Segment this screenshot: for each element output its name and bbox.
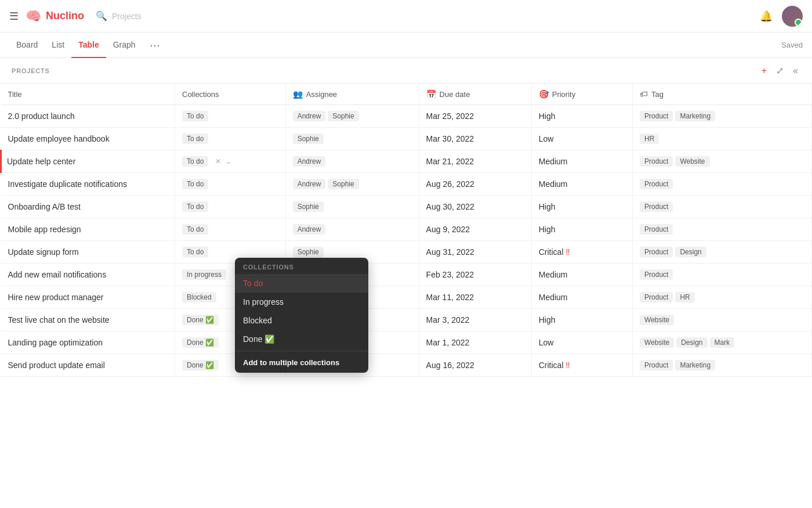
col-priority: 🎯 Priority ⋮	[531, 84, 632, 105]
tab-graph[interactable]: Graph	[106, 33, 143, 58]
priority-value: Medium	[539, 270, 568, 279]
collection-pill[interactable]: To do	[182, 201, 208, 212]
notification-icon[interactable]: 🔔	[760, 10, 773, 23]
collection-pill[interactable]: Done ✅	[182, 315, 219, 325]
due-date-value: Mar 25, 2022	[426, 111, 474, 121]
dropdown-header: COLLECTIONS	[235, 258, 368, 274]
col-collections-menu[interactable]: ⋮	[270, 89, 278, 99]
tag-pill[interactable]: Product	[640, 224, 673, 235]
col-tag-menu[interactable]: ⋮	[796, 89, 804, 99]
col-due-date-menu[interactable]: ⋮	[516, 89, 524, 99]
tag-pill[interactable]: Marketing	[675, 111, 715, 121]
priority-value: Medium	[539, 293, 568, 302]
row-title[interactable]: Hire new product manager	[8, 293, 104, 302]
row-title[interactable]: Send product update email	[8, 361, 105, 370]
tag-pill[interactable]: Product	[640, 156, 673, 167]
tab-list[interactable]: List	[45, 33, 71, 58]
collection-pill[interactable]: To do	[182, 179, 208, 189]
priority-value: Medium	[539, 157, 568, 166]
collection-pill[interactable]: In progress	[182, 269, 226, 280]
cell-tags: Product	[633, 173, 812, 196]
tag-pill[interactable]: Product	[640, 269, 673, 280]
tag-pill[interactable]: Website	[640, 315, 674, 325]
assignee-pill[interactable]: Sophie	[328, 111, 358, 121]
col-collections-sort[interactable]: ↑	[264, 89, 268, 99]
collection-pill[interactable]: Done ✅	[182, 337, 219, 348]
tag-pill[interactable]: Design	[676, 337, 707, 348]
tag-pill[interactable]: Product	[640, 179, 673, 189]
tab-more-icon[interactable]: ⋯	[145, 37, 165, 54]
tag-pill[interactable]: Website	[675, 156, 709, 167]
tab-table[interactable]: Table	[71, 33, 106, 58]
tag-pill[interactable]: Product	[640, 360, 673, 370]
collection-pill[interactable]: To do	[182, 247, 208, 257]
tag-pill[interactable]: Mark	[710, 337, 735, 348]
col-title-menu[interactable]: ⋮	[160, 89, 168, 99]
tab-board[interactable]: Board	[9, 33, 45, 58]
cell-due-date: Aug 31, 2022	[419, 241, 531, 264]
tag-pill[interactable]: HR	[675, 292, 694, 302]
tag-pill[interactable]: Design	[675, 247, 706, 257]
table-row: Send product update email + ⋮ Done ✅Andr…	[1, 354, 812, 377]
table-row: Investigate duplicate notifications + ⋮ …	[1, 173, 812, 196]
row-title[interactable]: Mobile app redesign	[8, 225, 81, 234]
row-title[interactable]: Update signup form	[8, 247, 79, 257]
tag-pill[interactable]: Product	[640, 111, 673, 121]
cell-tags: ProductMarketing	[633, 354, 812, 377]
dropdown-item-blocked[interactable]: Blocked	[235, 311, 368, 330]
collection-pill[interactable]: To do	[182, 156, 208, 167]
row-title[interactable]: Add new email notifications	[8, 270, 107, 279]
dropdown-add-multi[interactable]: Add to multiple collections	[235, 354, 368, 373]
row-title[interactable]: Investigate duplicate notifications	[8, 179, 127, 189]
collection-chevron[interactable]: ⌄	[226, 157, 231, 165]
search-area[interactable]: 🔍 Projects	[96, 10, 760, 21]
hamburger-icon[interactable]: ☰	[9, 10, 19, 23]
dropdown-item-todo[interactable]: To do	[235, 274, 368, 293]
due-date-value: Mar 21, 2022	[426, 157, 474, 166]
table-row: Onboarding A/B test + ⋮ To doSophieAug 3…	[1, 196, 812, 218]
add-project-button[interactable]: +	[759, 64, 769, 77]
row-title[interactable]: Update employee handbook	[8, 134, 110, 143]
cell-title: Update help center + ⋮	[1, 150, 175, 173]
collection-pill[interactable]: Done ✅	[182, 360, 219, 370]
assignee-pill[interactable]: Sophie	[328, 179, 358, 189]
cell-assignee: Andrew	[285, 150, 419, 173]
cell-title: Mobile app redesign + ⋮	[1, 218, 175, 241]
collection-pill[interactable]: Blocked	[182, 292, 216, 302]
assignee-pill[interactable]: Andrew	[293, 111, 326, 121]
nav-right: 🔔	[760, 6, 803, 27]
tag-pill[interactable]: Product	[640, 247, 673, 257]
dropdown-item-inprogress[interactable]: In progress	[235, 293, 368, 311]
tag-pill[interactable]: Product	[640, 201, 673, 212]
table-header-row: Title + ⋮ Collections ↑ ⋮	[1, 84, 812, 105]
expand-button[interactable]: ⤢	[774, 64, 786, 77]
assignee-pill[interactable]: Sophie	[293, 247, 324, 257]
collapse-button[interactable]: «	[791, 64, 800, 77]
assignee-pill[interactable]: Andrew	[293, 179, 326, 189]
collection-remove[interactable]: ✕	[214, 157, 222, 165]
assignee-pill[interactable]: Andrew	[293, 224, 326, 235]
col-title-add[interactable]: +	[153, 89, 157, 99]
row-title[interactable]: Onboarding A/B test	[8, 202, 81, 211]
col-assignee-menu[interactable]: ⋮	[404, 89, 412, 99]
tag-pill[interactable]: HR	[640, 134, 659, 144]
collection-pill[interactable]: To do	[182, 111, 208, 121]
row-title[interactable]: Test live chat on the website	[8, 315, 110, 325]
tag-pill[interactable]: Marketing	[675, 360, 715, 370]
row-title[interactable]: Landing page optimization	[8, 338, 103, 347]
row-title[interactable]: Update help center	[7, 157, 75, 166]
collection-pill[interactable]: To do	[182, 224, 208, 235]
tag-pill[interactable]: Product	[640, 292, 673, 302]
cell-title: Send product update email + ⋮	[1, 354, 175, 377]
row-title[interactable]: 2.0 product launch	[8, 111, 75, 121]
assignee-pill[interactable]: Sophie	[293, 201, 324, 212]
cell-collection: To do	[175, 105, 286, 128]
tag-pill[interactable]: Website	[640, 337, 674, 348]
dropdown-item-done[interactable]: Done ✅	[235, 330, 368, 348]
assignee-pill[interactable]: Andrew	[293, 156, 326, 167]
col-priority-menu[interactable]: ⋮	[617, 89, 625, 99]
projects-section-label: PROJECTS	[12, 67, 50, 74]
assignee-pill[interactable]: Sophie	[293, 134, 324, 144]
avatar[interactable]	[782, 6, 803, 27]
collection-pill[interactable]: To do	[182, 134, 208, 144]
